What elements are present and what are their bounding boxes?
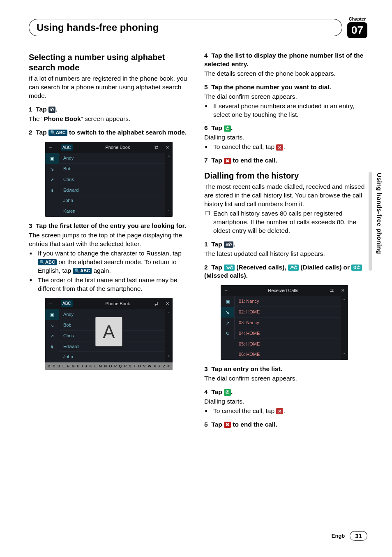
- ss-tab-dial: ↗: [45, 174, 59, 185]
- alphabet-search-intro: If a lot of numbers are registered in th…: [29, 74, 192, 100]
- bullet-russian: If you want to change the character to R…: [38, 249, 192, 275]
- ss-row: John: [59, 195, 165, 206]
- step5-sub: The dial confirm screen appears.: [204, 93, 367, 101]
- step3: 3 Tap the first letter of the entry you …: [29, 222, 192, 230]
- step3-sub: The screen jumps to the top of the page …: [29, 231, 192, 248]
- ss-tab-recv: ↘: [45, 320, 59, 331]
- hangup-icon: ✖: [224, 422, 231, 428]
- ss-tab-book: ▣: [45, 309, 59, 320]
- ss-row: 02: HOME: [235, 307, 341, 318]
- step6-bullet: To cancel the call, tap ⤫.: [213, 143, 367, 151]
- h-step3-sub: The dial confirm screen appears.: [204, 374, 367, 383]
- ss-tab-book: ▣: [221, 296, 235, 307]
- footer-page-number: 31: [350, 531, 367, 541]
- ss-abc-chip: ABC: [61, 300, 73, 307]
- ss-row: Karen: [59, 206, 165, 217]
- history-icon: ≡✆: [224, 241, 233, 248]
- step4: 4 Tap the list to display the phone numb…: [204, 51, 367, 69]
- scroll-up-icon: ˄: [168, 311, 170, 317]
- h-step5: 5 Tap ✖ to end the call.: [204, 420, 367, 429]
- ss-tab-dial: ↗: [45, 331, 59, 341]
- ss-swap-icon: ⇄: [154, 144, 158, 151]
- left-column: Selecting a number using alphabet search…: [29, 46, 192, 430]
- ss-alpha-row: B C D E F G H I J K L M N O P Q R S T U …: [45, 362, 173, 370]
- phonebook-screenshot-2: ← ABC Phone Book ⇄✕ ▣ ↘ ↗ ↯ Andy Bob: [45, 298, 173, 370]
- history-note: Each call history saves 80 calls per reg…: [213, 209, 367, 235]
- h-step2: 2 Tap ↘✆ (Received calls), ↗✆ (Dialled c…: [204, 263, 367, 281]
- abc-search-icon: 🔍ABC: [73, 268, 92, 274]
- ss-back-icon: ←: [48, 144, 61, 151]
- step1-tap: Tap: [36, 106, 48, 113]
- right-column: 4 Tap the list to display the phone numb…: [204, 46, 367, 430]
- phonebook-icon: ✆: [48, 107, 55, 113]
- scroll-down-icon: ˅: [168, 209, 170, 215]
- side-tab-text: Using hands-free phoning: [376, 173, 383, 254]
- page-header: Using hands-free phoning Chapter 07: [29, 16, 367, 38]
- ss-row: Chris: [59, 174, 165, 185]
- bullet-name-order: The order of the first name and last nam…: [38, 276, 192, 293]
- h-step4-bullet: To cancel the call, tap ⤫.: [213, 407, 367, 415]
- ss-back-icon: ←: [224, 288, 236, 294]
- dial-icon: ✆: [224, 389, 231, 395]
- ss-swap-icon: ⇄: [330, 288, 334, 294]
- ss-tab-book: ▣: [45, 153, 59, 164]
- h-step4: 4 Tap ✆.: [204, 388, 367, 397]
- ss-title: Received Calls: [236, 288, 330, 294]
- chapter-badge: Chapter 07: [347, 16, 367, 38]
- cancel-icon: ⤫: [276, 144, 283, 151]
- ss-row: John: [59, 352, 165, 362]
- step2: 2 Tap 🔍ABC to switch to the alphabet sea…: [29, 128, 192, 137]
- ss-tab-recv: ↘: [221, 307, 235, 318]
- step-num-1: 1: [29, 106, 32, 113]
- received-calls-icon: ↘✆: [224, 265, 235, 271]
- step7: 7 Tap ✖ to end the call.: [204, 156, 367, 165]
- ss-close-icon: ✕: [166, 301, 169, 307]
- ss-title: Phone Book: [81, 301, 154, 307]
- ss-back-icon: ←: [48, 301, 61, 307]
- ss-tab-dial: ↗: [221, 318, 235, 328]
- abc-search-icon: 🔍ABC: [48, 130, 67, 136]
- scroll-up-icon: ˄: [343, 298, 346, 304]
- step1-sub: The “Phone Book” screen appears.: [29, 115, 192, 123]
- ss-tab-miss: ↯: [45, 185, 59, 196]
- ss-title: Phone Book: [81, 144, 154, 151]
- hangup-icon: ✖: [224, 158, 231, 164]
- step5: 5 Tap the phone number you want to dial.: [204, 83, 367, 92]
- h-step4-sub: Dialling starts.: [204, 397, 367, 406]
- step4-sub: The details screen of the phone book app…: [204, 70, 367, 78]
- page-footer: Engb 31: [332, 531, 367, 541]
- ss-big-letter: A: [95, 317, 122, 346]
- ss-row: 03: Nancy: [235, 318, 341, 328]
- ss-tab-recv: ↘: [45, 164, 59, 174]
- scroll-up-icon: ˄: [168, 155, 170, 161]
- heading-history: Dialling from the history: [204, 171, 367, 181]
- history-intro: The most recent calls made dialled, rece…: [204, 183, 367, 209]
- scroll-down-icon: ˅: [343, 352, 346, 358]
- step1-period: .: [55, 106, 57, 113]
- h-step1-sub: The latest updated call history list app…: [204, 250, 367, 258]
- step6: 6 Tap ✆.: [204, 124, 367, 132]
- ss-row: Andy: [59, 153, 165, 164]
- scroll-down-icon: ˅: [168, 355, 170, 361]
- doc-title: Using hands-free phoning: [37, 22, 334, 33]
- ss-row: 04: HOME: [235, 328, 341, 339]
- ss-abc-chip: ABC: [61, 144, 73, 151]
- history-screenshot: ← Received Calls ⇄✕ ▣ ↘ ↗ ↯ 01: Nancy 02…: [221, 285, 348, 360]
- footer-lang: Engb: [332, 533, 345, 539]
- ss-close-icon: ✕: [166, 144, 169, 151]
- chapter-number: 07: [347, 22, 367, 38]
- ss-row: 06: HOME: [235, 349, 341, 360]
- h-step1: 1 Tap ≡✆.: [204, 240, 367, 249]
- ss-row: 05: HOME: [235, 339, 341, 350]
- ss-tab-miss: ↯: [221, 328, 235, 339]
- dial-icon: ✆: [224, 125, 231, 132]
- missed-calls-icon: ↯✆: [351, 265, 362, 271]
- phonebook-screenshot-1: ← ABC Phone Book ⇄✕ ▣ ↘ ↗ ↯ Andy Bob: [45, 142, 173, 217]
- step6-sub: Dialling starts.: [204, 133, 367, 142]
- heading-alphabet-search: Selecting a number using alphabet search…: [29, 52, 192, 73]
- step5-bullet: If several phone numbers are included in…: [213, 102, 367, 119]
- h-step3: 3 Tap an entry on the list.: [204, 365, 367, 374]
- ss-swap-icon: ⇄: [154, 301, 158, 307]
- doc-title-pill: Using hands-free phoning: [29, 19, 342, 36]
- cancel-icon: ⤫: [276, 408, 283, 414]
